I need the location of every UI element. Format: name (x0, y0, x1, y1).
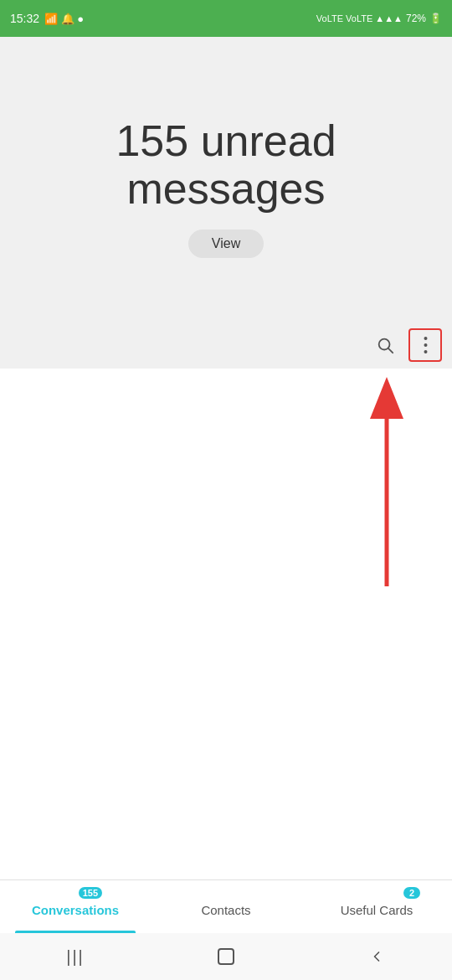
useful-cards-label: Useful Cards (341, 903, 413, 917)
svg-marker-6 (370, 377, 403, 419)
contacts-label: Contacts (201, 903, 250, 917)
toolbar (0, 322, 452, 369)
svg-rect-7 (218, 949, 234, 964)
unread-message-text: 155 unread messages (116, 117, 336, 213)
svg-point-3 (424, 343, 427, 347)
tab-bar: 155 Conversations Contacts 2 Useful Card… (0, 879, 452, 933)
status-bar-left: 15:32 📶 🔔 ● (10, 12, 84, 25)
home-button[interactable] (205, 940, 247, 973)
tab-conversations[interactable]: 155 Conversations (0, 880, 151, 933)
app-page: 15:32 📶 🔔 ● VoLTE VoLTE ▲▲▲ 72% 🔋 155 un… (0, 0, 452, 980)
recent-apps-icon: ||| (66, 947, 85, 967)
svg-point-4 (424, 350, 427, 353)
conversations-badge: 155 (79, 887, 102, 899)
nav-bar: ||| (0, 933, 452, 980)
battery-percent: 72% (406, 13, 426, 24)
view-button[interactable]: View (188, 230, 264, 258)
annotation-arrow (362, 369, 412, 595)
back-button[interactable] (356, 940, 398, 973)
tab-useful-cards[interactable]: 2 Useful Cards (301, 880, 452, 933)
svg-line-1 (388, 348, 393, 353)
tab-contacts[interactable]: Contacts (151, 880, 301, 933)
search-button[interactable] (368, 328, 402, 362)
status-time: 15:32 (10, 12, 39, 25)
recent-apps-button[interactable]: ||| (54, 940, 96, 973)
status-bar-right: VoLTE VoLTE ▲▲▲ 72% 🔋 (316, 13, 442, 24)
notification-icons: 📶 🔔 ● (44, 13, 84, 25)
more-options-button[interactable] (408, 328, 442, 362)
svg-point-2 (424, 337, 427, 340)
battery-icon: 🔋 (429, 13, 442, 24)
conversations-label: Conversations (32, 903, 119, 917)
network-icons: VoLTE VoLTE ▲▲▲ (316, 13, 403, 23)
useful-cards-badge: 2 (403, 887, 420, 899)
hero-section: 155 unread messages View (0, 37, 452, 322)
status-bar: 15:32 📶 🔔 ● VoLTE VoLTE ▲▲▲ 72% 🔋 (0, 0, 452, 37)
